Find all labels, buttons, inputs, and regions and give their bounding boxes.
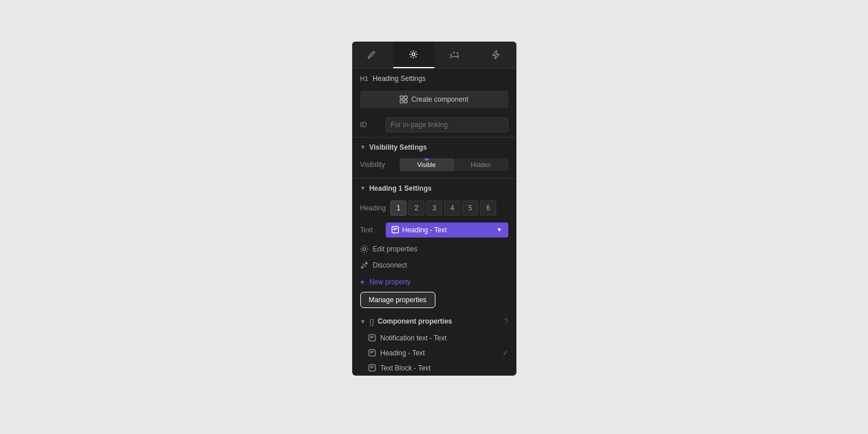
hidden-button[interactable]: Hidden <box>454 158 508 171</box>
svg-rect-7 <box>400 100 403 103</box>
chevron-down-icon-2: ▼ <box>360 185 366 191</box>
prop-item-heading-text[interactable]: Heading - Text ✓ <box>352 346 516 361</box>
svg-point-1 <box>450 54 452 55</box>
svg-point-2 <box>453 51 455 53</box>
id-field-row: ID <box>352 114 516 136</box>
heading-badge: H1 <box>360 75 368 82</box>
prop-item-text-block[interactable]: Text Block - Text <box>352 361 516 376</box>
help-icon[interactable]: ? <box>504 317 508 325</box>
heading-label: Heading <box>360 204 386 212</box>
visibility-row: Visibility Visible Hidden <box>352 156 516 177</box>
edit-properties-item[interactable]: Edit properties <box>352 241 516 257</box>
chevron-down-icon: ▼ <box>360 144 366 150</box>
toolbar <box>352 42 516 69</box>
svg-point-3 <box>457 52 459 54</box>
toggle-indicator <box>424 158 429 161</box>
manage-properties-label: Manage properties <box>369 296 427 304</box>
component-properties-label: Component properties <box>378 317 501 325</box>
visibility-label: Visibility <box>360 161 395 169</box>
text-dropdown-left: Heading - Text <box>391 226 447 234</box>
id-label: ID <box>360 121 381 129</box>
heading-level-1[interactable]: 1 <box>390 201 407 216</box>
disconnect-item[interactable]: Disconnect <box>352 257 516 273</box>
svg-point-10 <box>363 247 365 250</box>
manage-properties-button[interactable]: Manage properties <box>360 292 435 308</box>
svg-rect-5 <box>400 96 403 99</box>
text-dropdown[interactable]: Heading - Text ▼ <box>386 222 508 238</box>
heading-level-6[interactable]: 6 <box>480 201 496 216</box>
id-input[interactable] <box>386 117 508 132</box>
text-label: Text <box>360 226 381 234</box>
heading-settings-header: H1 Heading Settings <box>352 69 516 88</box>
new-property-label: New property <box>370 278 411 286</box>
plus-icon: + <box>360 277 365 287</box>
heading-level-2[interactable]: 2 <box>408 201 424 216</box>
edit-properties-label: Edit properties <box>373 245 418 253</box>
text-row: Text Heading - Text ▼ <box>352 219 516 241</box>
curly-braces-icon: {} <box>369 317 374 326</box>
svg-rect-8 <box>404 100 407 103</box>
svg-point-0 <box>412 53 415 55</box>
heading1-section-header[interactable]: ▼ Heading 1 Settings <box>352 180 516 197</box>
settings-panel: H1 Heading Settings Create component ID … <box>352 42 516 376</box>
heading-text-label: Heading - Text <box>381 349 425 357</box>
tab-bolt[interactable] <box>475 42 516 68</box>
text-dropdown-value: Heading - Text <box>402 226 447 234</box>
check-icon: ✓ <box>503 349 508 357</box>
create-component-label: Create component <box>411 95 468 103</box>
new-property-item[interactable]: + New property <box>352 273 516 291</box>
heading-num-group: 1 2 3 4 5 6 <box>390 201 508 216</box>
heading1-section-label: Heading 1 Settings <box>369 184 431 192</box>
create-component-button[interactable]: Create component <box>360 91 508 108</box>
prop-item-notification-text[interactable]: Notification text - Text <box>352 331 516 346</box>
tab-settings[interactable] <box>393 42 434 68</box>
chevron-down-icon-3: ▼ <box>497 227 503 233</box>
visibility-section-label: Visibility Settings <box>369 143 427 151</box>
tab-palette[interactable] <box>434 42 475 68</box>
heading-level-row: Heading 1 2 3 4 5 6 <box>352 197 516 219</box>
text-block-label: Text Block - Text <box>381 364 431 372</box>
tab-brush[interactable] <box>352 42 393 68</box>
manage-properties-tooltip: Manage properties <box>360 292 508 308</box>
visibility-toggle-group: Visible Hidden <box>400 158 508 171</box>
chevron-down-icon-4: ▼ <box>360 318 366 325</box>
svg-rect-6 <box>404 96 407 99</box>
notification-text-label: Notification text - Text <box>381 334 447 342</box>
visibility-section-header[interactable]: ▼ Visibility Settings <box>352 139 516 156</box>
disconnect-label: Disconnect <box>373 261 407 269</box>
heading-settings-title: Heading Settings <box>373 75 426 83</box>
heading-level-3[interactable]: 3 <box>426 201 442 216</box>
heading-level-4[interactable]: 4 <box>444 201 460 216</box>
component-properties-header[interactable]: ▼ {} Component properties ? <box>352 313 516 331</box>
heading-level-5[interactable]: 5 <box>462 201 478 216</box>
